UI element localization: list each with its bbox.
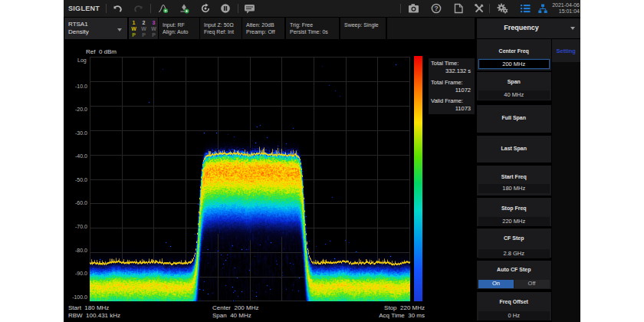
svg-text:?: ?	[434, 5, 439, 12]
